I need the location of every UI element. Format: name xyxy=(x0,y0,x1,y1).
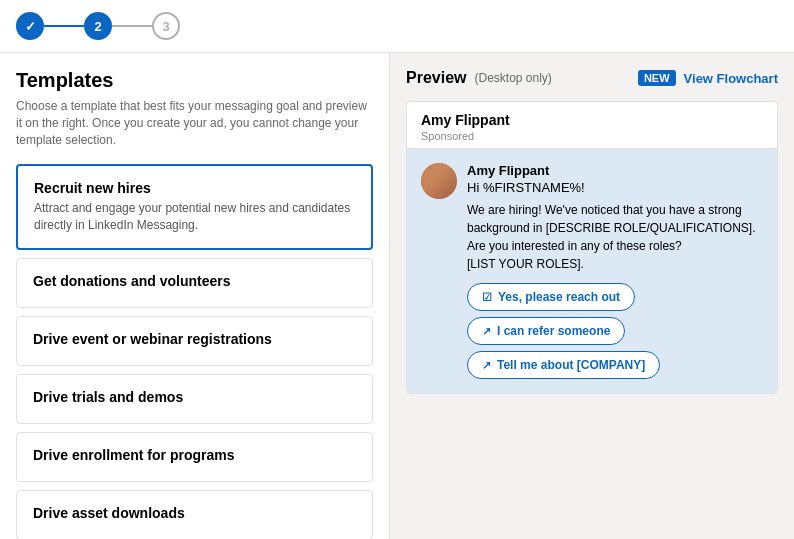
external-link-icon-refer: ↗ xyxy=(482,325,491,338)
step-line-1 xyxy=(44,25,84,27)
step-line-2 xyxy=(112,25,152,27)
right-panel: Preview (Desktop only) NEW View Flowchar… xyxy=(390,53,794,539)
template-item-recruit[interactable]: Recruit new hires Attract and engage you… xyxy=(16,164,373,250)
preview-message-sender: Amy Flippant xyxy=(467,163,763,178)
preview-card-body: Amy Flippant Hi %FIRSTNAME%! We are hiri… xyxy=(407,149,777,393)
preview-card: Amy Flippant Sponsored Amy Flippant Hi %… xyxy=(406,101,778,394)
step-1: ✓ xyxy=(16,12,44,40)
preview-message-content: Amy Flippant Hi %FIRSTNAME%! We are hiri… xyxy=(467,163,763,379)
template-title-recruit: Recruit new hires xyxy=(34,180,355,196)
preview-message: Amy Flippant Hi %FIRSTNAME%! We are hiri… xyxy=(421,163,763,379)
preview-message-greeting: Hi %FIRSTNAME%! xyxy=(467,180,763,195)
step-3: 3 xyxy=(152,12,180,40)
cta-refer-label: I can refer someone xyxy=(497,324,610,338)
template-item-trials[interactable]: Drive trials and demos xyxy=(16,374,373,424)
cta-refer-button[interactable]: ↗ I can refer someone xyxy=(467,317,625,345)
check-icon: ☑ xyxy=(482,291,492,304)
preview-header: Preview (Desktop only) NEW View Flowchar… xyxy=(406,69,778,87)
avatar xyxy=(421,163,457,199)
template-title-donations: Get donations and volunteers xyxy=(33,273,356,289)
preview-card-header: Amy Flippant Sponsored xyxy=(407,102,777,149)
left-panel-header: Templates Choose a template that best fi… xyxy=(0,53,389,156)
template-title-enrollment: Drive enrollment for programs xyxy=(33,447,356,463)
page-title: Templates xyxy=(16,69,373,92)
template-item-event[interactable]: Drive event or webinar registrations xyxy=(16,316,373,366)
cta-yes-label: Yes, please reach out xyxy=(498,290,620,304)
main-layout: Templates Choose a template that best fi… xyxy=(0,53,794,539)
preview-message-body: We are hiring! We've noticed that you ha… xyxy=(467,201,763,273)
preview-subtitle: (Desktop only) xyxy=(474,71,551,85)
cta-tell-button[interactable]: ↗ Tell me about [COMPANY] xyxy=(467,351,660,379)
page-description: Choose a template that best fits your me… xyxy=(16,98,373,148)
external-link-icon-tell: ↗ xyxy=(482,359,491,372)
template-item-downloads[interactable]: Drive asset downloads xyxy=(16,490,373,539)
preview-card-sender-name: Amy Flippant xyxy=(421,112,763,128)
cta-yes-button[interactable]: ☑ Yes, please reach out xyxy=(467,283,635,311)
template-list: Recruit new hires Attract and engage you… xyxy=(0,156,389,539)
stepper: ✓ 2 3 xyxy=(0,0,794,53)
left-panel: Templates Choose a template that best fi… xyxy=(0,53,390,539)
preview-card-sponsored: Sponsored xyxy=(421,130,763,142)
template-item-donations[interactable]: Get donations and volunteers xyxy=(16,258,373,308)
template-title-trials: Drive trials and demos xyxy=(33,389,356,405)
template-desc-recruit: Attract and engage your potential new hi… xyxy=(34,200,355,234)
preview-cta-buttons: ☑ Yes, please reach out ↗ I can refer so… xyxy=(467,283,763,379)
template-item-enrollment[interactable]: Drive enrollment for programs xyxy=(16,432,373,482)
step-2: 2 xyxy=(84,12,112,40)
cta-tell-label: Tell me about [COMPANY] xyxy=(497,358,645,372)
avatar-image xyxy=(421,163,457,199)
template-title-event: Drive event or webinar registrations xyxy=(33,331,356,347)
preview-title: Preview xyxy=(406,69,466,87)
new-badge: NEW xyxy=(638,70,676,86)
view-flowchart-link[interactable]: View Flowchart xyxy=(684,71,778,86)
template-title-downloads: Drive asset downloads xyxy=(33,505,356,521)
